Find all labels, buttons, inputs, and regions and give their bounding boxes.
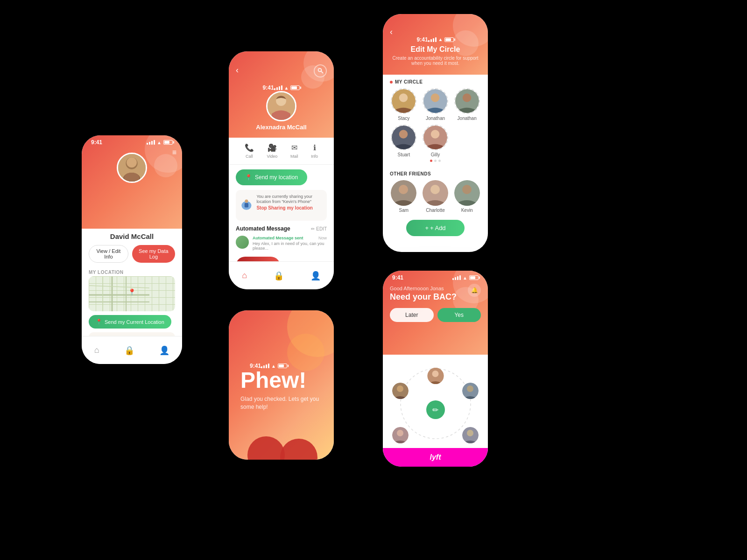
send-my-location-button[interactable]: 📍 Send my location xyxy=(236,169,307,185)
location-sharing-box: You are currently sharing your location … xyxy=(236,190,327,221)
svg-point-35 xyxy=(430,185,440,194)
signal-icon xyxy=(274,85,282,90)
greeting-text: Good Afternooon Jonas xyxy=(390,286,444,291)
mail-button[interactable]: ✉ Mail xyxy=(290,143,298,159)
phone5-header: 9:41 ▲ 🔔 Good Afternooon Jonas Need your… xyxy=(383,271,488,355)
later-button[interactable]: Later xyxy=(390,308,434,322)
sam-avatar xyxy=(391,180,416,206)
phone-bac: 9:41 ▲ 🔔 Good Afternooon Jonas Need your… xyxy=(383,271,488,467)
video-icon: 🎥 xyxy=(268,143,277,152)
svg-line-10 xyxy=(89,286,149,288)
friend-sam[interactable]: Sam xyxy=(390,180,418,213)
yes-button[interactable]: Yes xyxy=(437,308,481,322)
svg-point-46 xyxy=(397,430,403,436)
map-area: 📍 xyxy=(89,276,175,311)
location-section-label: MY LOCATION xyxy=(82,267,182,276)
sam-avatar-svg xyxy=(391,180,416,206)
edit-message-button[interactable]: ✏ EDIT xyxy=(311,226,327,231)
gilly-avatar xyxy=(423,125,448,150)
page-title: Edit My Circle xyxy=(411,45,460,54)
video-label: Video xyxy=(267,154,277,159)
my-circle-section: MY CIRCLE Stacy xyxy=(383,75,488,169)
video-button[interactable]: 🎥 Video xyxy=(267,143,277,159)
battery-icon xyxy=(278,364,287,368)
phone4-header: 9:41 ▲ Phew! Glad you checked. Lets get … xyxy=(229,310,334,460)
bac-action-buttons: Later Yes xyxy=(390,308,481,322)
stuart-avatar-svg xyxy=(392,125,416,150)
user-name: David McCall xyxy=(82,232,182,240)
automated-message-section: Automated Message ✏ EDIT Automated Messa… xyxy=(229,221,334,253)
view-edit-button[interactable]: View / Edit Info xyxy=(89,245,128,263)
phone4-status-bar: 9:41 ▲ xyxy=(240,359,296,369)
wifi-icon: ▲ xyxy=(284,85,289,91)
scroll-indicator xyxy=(390,157,481,164)
add-to-circle-button[interactable]: + + Add xyxy=(406,220,464,236)
phone3-status-bar: 9:41 ▲ xyxy=(408,33,464,43)
phone2-status-bar: 9:41 ▲ xyxy=(254,81,310,91)
mail-label: Mail xyxy=(290,154,298,159)
data-log-button[interactable]: See my Data Log xyxy=(132,245,175,263)
notification-button[interactable]: 🔔 xyxy=(468,284,481,297)
center-action-icon[interactable]: ✏ xyxy=(426,400,445,419)
map-pin: 📍 xyxy=(128,288,136,296)
jonathan2-avatar-svg xyxy=(455,88,479,114)
chat-search-button[interactable] xyxy=(314,64,327,77)
message-sender: Automated Message sent xyxy=(253,236,303,240)
user-avatar xyxy=(117,153,147,183)
profile-nav-icon[interactable]: 👤 xyxy=(310,271,321,281)
lock-nav-icon[interactable]: 🔒 xyxy=(124,345,134,356)
stacy-avatar xyxy=(391,88,416,114)
phone4-status-icons: ▲ xyxy=(261,364,287,369)
call-label: Call xyxy=(246,154,253,159)
lock-nav-icon[interactable]: 🔒 xyxy=(274,271,284,281)
lyft-banner[interactable]: lyft xyxy=(383,448,488,467)
home-nav-icon[interactable]: ⌂ xyxy=(94,345,99,355)
send-location-button[interactable]: 📍 Send my Current Location xyxy=(89,315,171,329)
friend-charlotte[interactable]: Charlotte xyxy=(422,180,450,213)
phone5-status-icons: ▲ xyxy=(452,275,479,280)
svg-point-33 xyxy=(399,185,408,194)
phone-david-mccall: 9:41 ▲ ≡ xyxy=(82,135,182,364)
kevin-name: Kevin xyxy=(461,208,473,213)
page-subtitle: Create an accountability circle for supp… xyxy=(383,56,488,66)
sam-name: Sam xyxy=(399,208,409,213)
automated-message-title: Automated Message xyxy=(236,225,290,232)
automated-message-header: Automated Message ✏ EDIT xyxy=(236,225,327,232)
info-button[interactable]: ℹ Info xyxy=(311,143,318,159)
circle-member-stuart[interactable]: Stuart xyxy=(390,125,418,157)
orbit-avatar-bottom-left xyxy=(392,427,409,443)
dot3 xyxy=(438,160,441,162)
contact-actions: 📞 Call 🎥 Video ✉ Mail ℹ Info xyxy=(229,138,334,165)
svg-rect-21 xyxy=(245,203,248,207)
profile-nav-icon[interactable]: 👤 xyxy=(159,345,169,356)
circle-diagram-area: ✏ xyxy=(383,355,488,457)
back-button[interactable]: ‹ xyxy=(390,27,393,37)
mail-icon: ✉ xyxy=(291,143,297,152)
contact-name: Alexnadra McCall xyxy=(256,124,306,131)
home-nav-icon[interactable]: ⌂ xyxy=(242,271,247,280)
call-button[interactable]: 📞 Call xyxy=(245,143,254,159)
circle-member-stacy[interactable]: Stacy xyxy=(390,88,418,121)
circle-member-jonathan1[interactable]: Jonathan xyxy=(422,88,450,121)
svg-point-44 xyxy=(467,385,473,392)
info-label: Info xyxy=(311,154,318,159)
signal-icon xyxy=(452,275,461,280)
circle-member-gilly[interactable]: Gilly xyxy=(422,125,450,157)
svg-line-15 xyxy=(321,71,323,73)
svg-point-27 xyxy=(462,93,471,102)
signal-icon xyxy=(261,364,269,368)
settings-icon[interactable]: ≡ xyxy=(172,148,176,157)
circle-dot xyxy=(390,81,393,84)
dot1 xyxy=(430,160,432,162)
back-button[interactable]: ‹ xyxy=(236,65,239,75)
phone5-time: 9:41 xyxy=(392,274,403,281)
send-location-label: Send my Current Location xyxy=(105,319,164,325)
phone-edit-circle: 9:41 ▲ ‹ Edit My Circle Create an accoun… xyxy=(383,14,488,252)
friend-kevin[interactable]: Kevin xyxy=(453,180,481,213)
phone1-header: 9:41 ▲ ≡ xyxy=(82,135,182,229)
stop-sharing-button[interactable]: Stop Sharing my location xyxy=(256,205,322,210)
lyft-logo: lyft xyxy=(430,453,441,462)
wifi-icon: ▲ xyxy=(438,37,443,42)
circle-member-jonathan2[interactable]: Jonathan xyxy=(453,88,481,121)
message-header: Automated Message sent Now xyxy=(253,236,327,240)
